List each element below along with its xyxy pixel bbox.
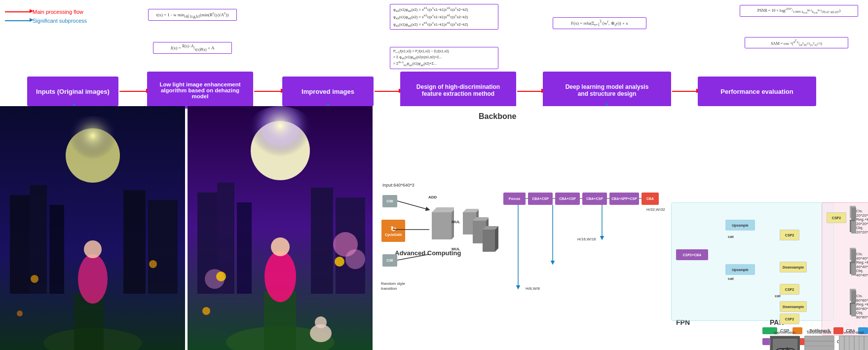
enhanced-image-svg [188, 106, 373, 350]
svg-rect-52 [851, 249, 856, 262]
feat-3d-3 [481, 225, 498, 254]
random-style-label: Random style transition [381, 281, 420, 292]
cw-top: CW [382, 195, 397, 207]
svg-line-81 [397, 201, 429, 210]
add-label: ADD [428, 195, 437, 199]
svg-rect-48 [851, 207, 856, 220]
svg-rect-20 [237, 202, 252, 294]
svg-marker-36 [432, 207, 454, 212]
feat-svg-3 [481, 225, 498, 252]
cba-csp-2: CBA+CSP [555, 193, 580, 205]
cat-label-1: cat [728, 234, 734, 239]
output-obj-80: Obj. 80*80*1 [856, 311, 868, 319]
original-image-svg [0, 106, 185, 350]
svg-point-28 [264, 251, 296, 302]
network-diagram: Backbone Advanced Computing Input:640*64… [380, 106, 868, 350]
formula-fx: F(x) = relu(Σr=13 (wr, ⊗ry)) + x [553, 17, 646, 29]
backbone-label: Backbone [479, 112, 516, 121]
svg-point-34 [315, 316, 327, 328]
output-reg-20: Reg.+Kps. 20*20*8 [856, 217, 868, 226]
svg-marker-35 [432, 212, 452, 239]
wavelet-horiz: horizontal detail [804, 331, 834, 350]
process-feature: Design of high-discrimination feature ex… [400, 72, 516, 109]
process-performance: Performance evaluation [698, 77, 816, 106]
output-obj-40: Obj. 40*40*1 [856, 269, 868, 277]
formula-sam: SAM = cos⁻¹(dTx/(dTd)1/2(xTx)1/2) [745, 37, 848, 48]
svg-rect-56 [851, 290, 856, 303]
svg-rect-3 [10, 195, 30, 294]
size-label-3: H/8,W/8 [526, 286, 540, 291]
arrow-5 [672, 91, 697, 92]
formula-t: t(x) = 1 - w minc∈{r,g,b}(min(Rc(y)/Ac)) [148, 9, 237, 21]
csp2-pan-1: CSP2 [780, 230, 799, 240]
cat-label-2: cat [728, 276, 734, 281]
svg-point-13 [149, 260, 157, 268]
wavelet-img-3 [839, 336, 868, 350]
svg-point-24 [345, 249, 365, 269]
cba-final: CBA [642, 193, 659, 205]
svg-point-14 [17, 311, 23, 316]
size-label-2: H/16,W/16 [577, 237, 596, 241]
wavelet-images: approximation horizontal detail [770, 331, 868, 350]
flow-area: t(x) = 1 - w minc∈{r,g,b}(min(Rc(y)/Ac))… [0, 0, 868, 106]
cycle-icon: ↻ [390, 225, 396, 233]
3d-box-1 [429, 202, 454, 244]
output-reg-40: Reg.+Kps. 40*40*8 [856, 260, 868, 269]
svg-point-30 [216, 272, 226, 281]
formula-psnr: PSNR = 10 × log(255²/1/MN Σi=0M-1Σj=0N-1… [740, 5, 858, 17]
wavelet-section: approximation horizontal detail [770, 331, 868, 350]
input-label: Input:640*640*3 [382, 183, 415, 188]
wavelet-img-2 [804, 336, 834, 350]
svg-point-12 [31, 275, 38, 283]
csp2-output: CSP2 [827, 212, 846, 223]
arrow-2 [254, 91, 281, 92]
svg-rect-70 [839, 336, 868, 350]
size-label-1: H/32,W/32 [646, 207, 665, 212]
arrow-3 [375, 91, 399, 92]
svg-marker-46 [495, 226, 498, 252]
svg-point-31 [335, 257, 344, 267]
output-cls-20: Cls. 20*20*C [856, 209, 868, 218]
cyclegan-box: ↻ CycleGAN [381, 220, 405, 242]
enhanced-image [188, 106, 373, 350]
focus-box: Focus [503, 193, 526, 205]
svg-point-29 [271, 237, 290, 256]
output-cls-80: Cls. 80*80*C [856, 294, 868, 303]
svg-marker-44 [483, 230, 495, 252]
formula-j: J(x) = R(x)−A/t(x)P(x) + A [153, 42, 232, 54]
upsample-2: Upsample [725, 264, 755, 275]
upsample-1: Upsample [725, 220, 755, 231]
output-cls-40: Cls. 40*40*C [856, 252, 868, 261]
output-reg-80: Reg.+Kps. 80*80*8 [856, 302, 868, 311]
output-obj-20: Obj. 20*20*1 [856, 226, 868, 234]
svg-marker-42 [473, 217, 489, 221]
wavelet-approx: approximation [770, 331, 799, 350]
csp2-cba: CSP2+CBA [676, 249, 708, 260]
svg-point-11 [84, 240, 102, 258]
arrow-4 [517, 91, 542, 92]
cba-csp-3: CBA+CSP [582, 193, 607, 205]
wavelet-img-1 [770, 336, 799, 350]
svg-point-17 [236, 106, 325, 195]
cw-bottom: CW [382, 254, 397, 267]
svg-rect-65 [805, 336, 834, 350]
arrow-1 [119, 91, 147, 92]
svg-rect-58 [851, 304, 856, 316]
svg-rect-21 [311, 188, 333, 294]
3d-box-svg-1 [429, 202, 454, 242]
wavelet-vert: vertical detail [839, 331, 868, 350]
downsample-1: Downsample [780, 262, 807, 272]
original-image [0, 106, 185, 350]
mul-label-1: MUL [452, 220, 460, 224]
svg-rect-7 [148, 200, 178, 294]
formula-feature: φa1(x1)φa2(x2) = xα1c(xcx1−k1)xα1c(xcx2−… [390, 4, 498, 30]
formula-feature2: Pr−1f(x1,x2) = Prf(x1,x2) − Drf(x1,x2) =… [390, 47, 498, 69]
svg-point-2 [53, 116, 132, 195]
svg-point-32 [202, 307, 210, 315]
svg-rect-6 [123, 190, 146, 294]
cba-csp-1: CBA+CSP [528, 193, 553, 205]
downsample-2: Downsample [780, 301, 807, 312]
svg-marker-39 [463, 209, 479, 212]
svg-point-10 [78, 254, 108, 304]
detector-20 [849, 205, 856, 244]
